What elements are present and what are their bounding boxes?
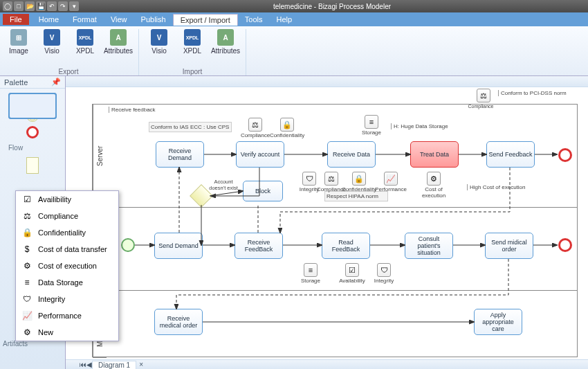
artifact-performance[interactable]: 📈 bbox=[384, 172, 398, 186]
artifact-integrity-doc-label: Integrity bbox=[365, 278, 403, 284]
availability-icon: ☑ bbox=[21, 194, 33, 205]
artifact-compliance-top[interactable]: ⚖ bbox=[477, 89, 490, 102]
tab-nav-close-icon[interactable]: × bbox=[139, 361, 143, 368]
menu-view[interactable]: View bbox=[104, 14, 134, 25]
task-receive-demand[interactable]: Receive Demand bbox=[156, 141, 204, 168]
end-event-server[interactable] bbox=[558, 148, 572, 162]
artifact-compliance-srv[interactable]: ⚖ bbox=[248, 118, 262, 132]
annotation-high-cost: High Cost of execution bbox=[467, 184, 526, 190]
import-visio-button[interactable]: VVisio bbox=[145, 29, 174, 66]
tab-nav-first-icon[interactable]: ⏮ bbox=[80, 361, 86, 368]
task-receive-medical-order[interactable]: Receive medical order bbox=[154, 309, 203, 335]
ribbon-group-export: ⊞Image VVisio XPDLXPDL AAttributes Expor… bbox=[4, 29, 139, 75]
export-image-label: Image bbox=[9, 47, 28, 55]
qat-more-icon[interactable]: ▾ bbox=[69, 1, 79, 11]
artifact-confidentiality-2[interactable]: 🔒 bbox=[352, 172, 366, 186]
attributes-icon: A bbox=[110, 29, 127, 46]
qat-redo-icon[interactable]: ↷ bbox=[58, 1, 68, 11]
palette-pin-icon[interactable]: 📌 bbox=[51, 78, 61, 87]
import-attributes-button[interactable]: AAttributes bbox=[211, 29, 240, 66]
task-block[interactable]: Block bbox=[243, 181, 283, 201]
artifact-storage-doc[interactable]: ≡ bbox=[304, 263, 318, 277]
ribbon-group-import: VVisio XPDLXPDL AAttributes Import bbox=[145, 29, 246, 75]
gear-icon: ⚙ bbox=[21, 260, 33, 271]
menu-tools[interactable]: Tools bbox=[238, 14, 270, 25]
export-xpdl-button[interactable]: XPDLXPDL bbox=[71, 29, 100, 66]
annotation-receive-feedback-top: Receive feedback bbox=[109, 107, 156, 113]
menu-export-import[interactable]: Export / Import bbox=[173, 14, 238, 26]
palette-subprocess-shape[interactable] bbox=[8, 93, 57, 119]
annotation-respect-hipaa: Respect HIPAA norm bbox=[324, 191, 388, 201]
menu-home[interactable]: Home bbox=[32, 14, 66, 25]
qat-undo-icon[interactable]: ↶ bbox=[47, 1, 57, 11]
cm-integrity[interactable]: 🛡Integrity bbox=[16, 291, 118, 307]
menu-help[interactable]: Help bbox=[269, 14, 299, 25]
attributes-icon: A bbox=[217, 29, 234, 46]
task-apply-appropriate-care[interactable]: Apply appropriate care bbox=[474, 309, 522, 335]
cm-integrity-label: Integrity bbox=[38, 295, 65, 303]
artifact-compliance-2[interactable]: ⚖ bbox=[324, 172, 338, 186]
artifact-storage-srv-label: Storage bbox=[352, 129, 391, 136]
diagram-canvas[interactable]: Conform to PCI-DSS norm ⚖ Compliance Ser… bbox=[66, 87, 588, 359]
palette-data-object-shape[interactable] bbox=[26, 157, 39, 174]
palette-end-event-shape[interactable] bbox=[26, 126, 39, 138]
image-icon: ⊞ bbox=[10, 29, 27, 46]
cm-availability[interactable]: ☑Availibility bbox=[16, 191, 118, 208]
palette-artifacts-label: Artifacts bbox=[3, 340, 28, 348]
qat-save-icon[interactable]: 💾 bbox=[36, 1, 46, 11]
task-send-medical-order[interactable]: Send midical order bbox=[485, 233, 533, 259]
cm-cost-execution[interactable]: ⚙Cost of execution bbox=[16, 258, 118, 274]
start-event-doctor[interactable] bbox=[121, 238, 135, 252]
artifact-integrity-doc[interactable]: 🛡 bbox=[377, 263, 391, 277]
artifact-confidentiality-srv-label: Confidentiality bbox=[268, 132, 306, 138]
artifact-cost-exec[interactable]: ⚙ bbox=[427, 172, 441, 186]
palette-shapes: Flow bbox=[0, 89, 65, 178]
end-event-doctor[interactable] bbox=[558, 238, 572, 252]
task-verify-account[interactable]: Verify account bbox=[236, 141, 284, 168]
compliance-icon: ⚖ bbox=[21, 210, 33, 222]
menu-publish[interactable]: Publish bbox=[134, 14, 173, 25]
artifact-availability-doc[interactable]: ☑ bbox=[345, 263, 359, 277]
artifact-confidentiality-srv[interactable]: 🔒 bbox=[280, 118, 294, 132]
task-consult-patient[interactable]: Consult patient's situation bbox=[405, 233, 453, 259]
artifact-cost-exec-label: Cost of execution bbox=[414, 186, 453, 199]
cm-new-label: New bbox=[38, 328, 53, 336]
performance-icon: 📈 bbox=[21, 310, 33, 321]
menu-format[interactable]: Format bbox=[66, 14, 104, 25]
qat-open-icon[interactable]: 📂 bbox=[25, 1, 35, 11]
visio-icon: V bbox=[44, 29, 60, 46]
export-image-button[interactable]: ⊞Image bbox=[4, 29, 33, 66]
import-xpdl-button[interactable]: XPDLXPDL bbox=[178, 29, 207, 66]
import-visio-label: Visio bbox=[151, 47, 167, 55]
tab-nav-prev-icon[interactable]: ◀ bbox=[86, 361, 92, 368]
file-menu[interactable]: File bbox=[3, 14, 29, 25]
task-receive-feedback-doc[interactable]: Receive FeedBack bbox=[235, 233, 283, 259]
export-visio-button[interactable]: VVisio bbox=[37, 29, 66, 66]
export-attributes-button[interactable]: AAttributes bbox=[104, 29, 133, 66]
xpdl-icon: XPDL bbox=[77, 29, 93, 46]
task-receive-data[interactable]: Receive Data bbox=[327, 141, 376, 168]
cm-compliance[interactable]: ⚖Compliance bbox=[16, 208, 118, 224]
title-bar: ◯ □ 📂 💾 ↶ ↷ ▾ telemedicine - Bizagi Proc… bbox=[0, 0, 588, 12]
cm-availability-label: Availibility bbox=[38, 195, 71, 204]
palette-context-menu: ☑Availibility ⚖Compliance 🔒Confidentiali… bbox=[15, 190, 119, 341]
app-icon[interactable]: ◯ bbox=[3, 1, 12, 11]
palette-title: Palette bbox=[4, 78, 28, 87]
qat-new-icon[interactable]: □ bbox=[14, 1, 24, 11]
import-xpdl-label: XPDL bbox=[183, 47, 201, 55]
cm-new[interactable]: ⚙New bbox=[16, 324, 118, 341]
money-icon: $ bbox=[21, 244, 33, 255]
cm-compliance-label: Compliance bbox=[38, 212, 78, 220]
cm-performance[interactable]: 📈Performance bbox=[16, 307, 118, 324]
artifact-storage-srv[interactable]: ≡ bbox=[365, 115, 378, 129]
cm-data-storage[interactable]: ≡Data Storage bbox=[16, 274, 118, 291]
task-send-demand[interactable]: Send Demand bbox=[154, 233, 203, 259]
task-treat-data[interactable]: Treat Data bbox=[410, 141, 459, 168]
task-send-feedback[interactable]: Send Feedback bbox=[486, 141, 535, 168]
diagram-tab[interactable]: Diagram 1 bbox=[92, 361, 136, 369]
task-read-feedback[interactable]: Read FeedBack bbox=[322, 233, 370, 259]
cm-cost-data-transfer[interactable]: $Cost of data transfer bbox=[16, 241, 118, 258]
artifact-integrity[interactable]: 🛡 bbox=[302, 172, 316, 186]
cm-confidentiality[interactable]: 🔒Confidentiality bbox=[16, 224, 118, 241]
annotation-account-not-exist: Account doesn't exist bbox=[207, 179, 240, 191]
